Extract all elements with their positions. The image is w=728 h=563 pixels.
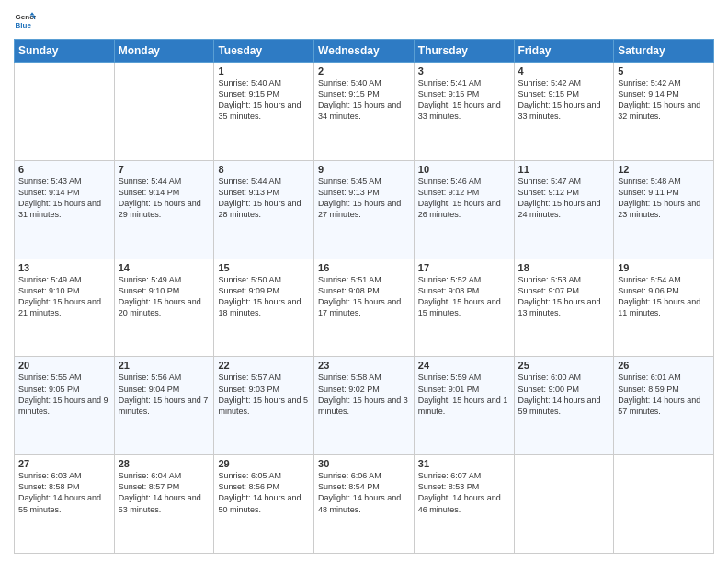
- day-info: Sunrise: 5:54 AM Sunset: 9:06 PM Dayligh…: [618, 274, 710, 319]
- day-number: 27: [18, 458, 110, 469]
- calendar-cell: 27Sunrise: 6:03 AM Sunset: 8:58 PM Dayli…: [15, 455, 115, 554]
- calendar-week-2: 6Sunrise: 5:43 AM Sunset: 9:14 PM Daylig…: [15, 160, 714, 259]
- day-info: Sunrise: 6:03 AM Sunset: 8:58 PM Dayligh…: [18, 470, 110, 515]
- day-info: Sunrise: 5:50 AM Sunset: 9:09 PM Dayligh…: [218, 274, 310, 319]
- day-info: Sunrise: 5:45 AM Sunset: 9:13 PM Dayligh…: [318, 176, 410, 221]
- day-info: Sunrise: 5:49 AM Sunset: 9:10 PM Dayligh…: [18, 274, 110, 319]
- calendar-header-thursday: Thursday: [414, 40, 514, 63]
- calendar-week-3: 13Sunrise: 5:49 AM Sunset: 9:10 PM Dayli…: [15, 259, 714, 357]
- calendar-cell: 18Sunrise: 5:53 AM Sunset: 9:07 PM Dayli…: [514, 259, 614, 357]
- day-info: Sunrise: 5:40 AM Sunset: 9:15 PM Dayligh…: [218, 77, 310, 122]
- logo-icon: General Blue: [14, 9, 36, 31]
- calendar-cell: 6Sunrise: 5:43 AM Sunset: 9:14 PM Daylig…: [15, 160, 115, 259]
- day-number: 9: [318, 164, 410, 175]
- calendar-cell: 3Sunrise: 5:41 AM Sunset: 9:15 PM Daylig…: [414, 63, 514, 161]
- day-info: Sunrise: 5:40 AM Sunset: 9:15 PM Dayligh…: [318, 77, 410, 122]
- calendar-cell: [614, 455, 714, 554]
- day-info: Sunrise: 5:43 AM Sunset: 9:14 PM Dayligh…: [18, 176, 110, 221]
- calendar-week-4: 20Sunrise: 5:55 AM Sunset: 9:05 PM Dayli…: [15, 357, 714, 455]
- day-info: Sunrise: 5:46 AM Sunset: 9:12 PM Dayligh…: [418, 176, 510, 221]
- calendar-cell: 4Sunrise: 5:42 AM Sunset: 9:15 PM Daylig…: [514, 63, 614, 161]
- day-number: 3: [418, 65, 510, 76]
- calendar-cell: 16Sunrise: 5:51 AM Sunset: 9:08 PM Dayli…: [314, 259, 415, 357]
- calendar-cell: 28Sunrise: 6:04 AM Sunset: 8:57 PM Dayli…: [114, 455, 214, 554]
- calendar-header-row: SundayMondayTuesdayWednesdayThursdayFrid…: [15, 40, 714, 63]
- calendar-cell: 30Sunrise: 6:06 AM Sunset: 8:54 PM Dayli…: [314, 455, 415, 554]
- calendar-header-saturday: Saturday: [614, 40, 714, 63]
- day-number: 8: [218, 164, 310, 175]
- calendar-cell: 21Sunrise: 5:56 AM Sunset: 9:04 PM Dayli…: [114, 357, 214, 455]
- calendar-header-sunday: Sunday: [15, 40, 115, 63]
- calendar-cell: 24Sunrise: 5:59 AM Sunset: 9:01 PM Dayli…: [414, 357, 514, 455]
- day-number: 24: [418, 360, 510, 371]
- day-info: Sunrise: 5:52 AM Sunset: 9:08 PM Dayligh…: [418, 274, 510, 319]
- calendar-cell: 22Sunrise: 5:57 AM Sunset: 9:03 PM Dayli…: [214, 357, 314, 455]
- day-info: Sunrise: 5:58 AM Sunset: 9:02 PM Dayligh…: [318, 372, 410, 417]
- calendar-cell: 14Sunrise: 5:49 AM Sunset: 9:10 PM Dayli…: [114, 259, 214, 357]
- calendar-cell: 23Sunrise: 5:58 AM Sunset: 9:02 PM Dayli…: [314, 357, 415, 455]
- day-number: 18: [518, 262, 610, 273]
- day-info: Sunrise: 5:57 AM Sunset: 9:03 PM Dayligh…: [218, 372, 310, 417]
- calendar-cell: 1Sunrise: 5:40 AM Sunset: 9:15 PM Daylig…: [214, 63, 314, 161]
- day-number: 17: [418, 262, 510, 273]
- calendar-cell: 17Sunrise: 5:52 AM Sunset: 9:08 PM Dayli…: [414, 259, 514, 357]
- day-info: Sunrise: 5:53 AM Sunset: 9:07 PM Dayligh…: [518, 274, 610, 319]
- day-number: 4: [518, 65, 610, 76]
- day-number: 13: [18, 262, 110, 273]
- calendar-header-wednesday: Wednesday: [314, 40, 415, 63]
- day-info: Sunrise: 6:04 AM Sunset: 8:57 PM Dayligh…: [119, 470, 210, 515]
- day-number: 15: [218, 262, 310, 273]
- day-info: Sunrise: 5:42 AM Sunset: 9:14 PM Dayligh…: [618, 77, 710, 122]
- day-number: 10: [418, 164, 510, 175]
- calendar-cell: [15, 63, 115, 161]
- calendar-week-5: 27Sunrise: 6:03 AM Sunset: 8:58 PM Dayli…: [15, 455, 714, 554]
- calendar-cell: 11Sunrise: 5:47 AM Sunset: 9:12 PM Dayli…: [514, 160, 614, 259]
- page: General Blue SundayMondayTuesdayWednesda…: [0, 0, 728, 563]
- day-info: Sunrise: 6:05 AM Sunset: 8:56 PM Dayligh…: [218, 470, 310, 515]
- day-number: 12: [618, 164, 710, 175]
- day-info: Sunrise: 5:48 AM Sunset: 9:11 PM Dayligh…: [618, 176, 710, 221]
- day-number: 7: [119, 164, 210, 175]
- day-info: Sunrise: 5:44 AM Sunset: 9:14 PM Dayligh…: [119, 176, 210, 221]
- day-number: 14: [119, 262, 210, 273]
- calendar-cell: 31Sunrise: 6:07 AM Sunset: 8:53 PM Dayli…: [414, 455, 514, 554]
- day-number: 11: [518, 164, 610, 175]
- day-number: 6: [18, 164, 110, 175]
- calendar-table: SundayMondayTuesdayWednesdayThursdayFrid…: [14, 39, 714, 554]
- day-info: Sunrise: 5:55 AM Sunset: 9:05 PM Dayligh…: [18, 372, 110, 417]
- day-info: Sunrise: 6:00 AM Sunset: 9:00 PM Dayligh…: [518, 372, 610, 417]
- calendar-cell: 25Sunrise: 6:00 AM Sunset: 9:00 PM Dayli…: [514, 357, 614, 455]
- calendar-cell: 20Sunrise: 5:55 AM Sunset: 9:05 PM Dayli…: [15, 357, 115, 455]
- day-info: Sunrise: 5:49 AM Sunset: 9:10 PM Dayligh…: [119, 274, 210, 319]
- day-number: 26: [618, 360, 710, 371]
- day-number: 21: [119, 360, 210, 371]
- calendar-cell: 19Sunrise: 5:54 AM Sunset: 9:06 PM Dayli…: [614, 259, 714, 357]
- calendar-cell: 26Sunrise: 6:01 AM Sunset: 8:59 PM Dayli…: [614, 357, 714, 455]
- calendar-cell: 7Sunrise: 5:44 AM Sunset: 9:14 PM Daylig…: [114, 160, 214, 259]
- logo: General Blue: [14, 9, 38, 31]
- calendar-header-monday: Monday: [114, 40, 214, 63]
- day-number: 1: [218, 65, 310, 76]
- calendar-header-friday: Friday: [514, 40, 614, 63]
- header: General Blue: [14, 9, 714, 31]
- calendar-cell: 29Sunrise: 6:05 AM Sunset: 8:56 PM Dayli…: [214, 455, 314, 554]
- day-info: Sunrise: 5:59 AM Sunset: 9:01 PM Dayligh…: [418, 372, 510, 417]
- day-number: 2: [318, 65, 410, 76]
- day-number: 16: [318, 262, 410, 273]
- day-number: 19: [618, 262, 710, 273]
- day-number: 25: [518, 360, 610, 371]
- calendar-cell: 15Sunrise: 5:50 AM Sunset: 9:09 PM Dayli…: [214, 259, 314, 357]
- day-number: 22: [218, 360, 310, 371]
- day-info: Sunrise: 5:56 AM Sunset: 9:04 PM Dayligh…: [119, 372, 210, 417]
- day-info: Sunrise: 5:41 AM Sunset: 9:15 PM Dayligh…: [418, 77, 510, 122]
- day-number: 5: [618, 65, 710, 76]
- day-number: 28: [119, 458, 210, 469]
- day-number: 20: [18, 360, 110, 371]
- day-number: 29: [218, 458, 310, 469]
- calendar-cell: 8Sunrise: 5:44 AM Sunset: 9:13 PM Daylig…: [214, 160, 314, 259]
- day-info: Sunrise: 5:44 AM Sunset: 9:13 PM Dayligh…: [218, 176, 310, 221]
- day-info: Sunrise: 6:01 AM Sunset: 8:59 PM Dayligh…: [618, 372, 710, 417]
- calendar-cell: 13Sunrise: 5:49 AM Sunset: 9:10 PM Dayli…: [15, 259, 115, 357]
- calendar-cell: 2Sunrise: 5:40 AM Sunset: 9:15 PM Daylig…: [314, 63, 415, 161]
- calendar-header-tuesday: Tuesday: [214, 40, 314, 63]
